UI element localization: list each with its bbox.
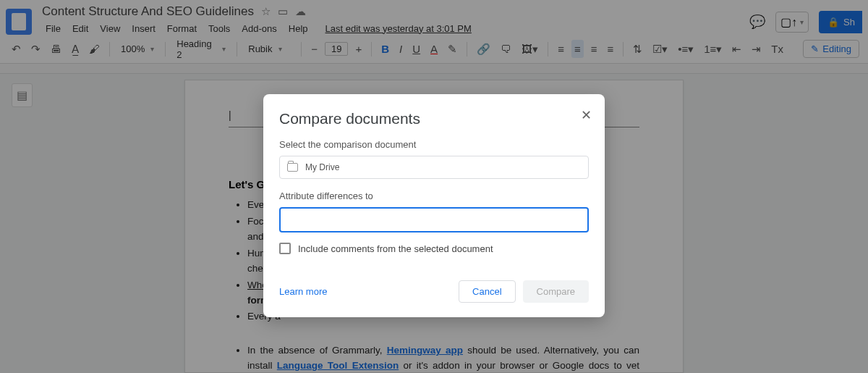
compare-button: Compare [523, 280, 589, 303]
close-icon[interactable]: ✕ [581, 107, 592, 123]
drive-label: My Drive [305, 162, 339, 172]
compare-documents-dialog: Compare documents ✕ Select the compariso… [263, 94, 605, 317]
learn-more-link[interactable]: Learn more [279, 286, 327, 297]
include-comments-label: Include comments from the selected docum… [298, 243, 493, 254]
select-document-label: Select the comparison document [279, 139, 589, 150]
dialog-title: Compare documents [279, 110, 589, 127]
folder-icon [287, 163, 298, 172]
include-comments-checkbox[interactable] [279, 243, 291, 254]
cancel-button[interactable]: Cancel [459, 280, 515, 303]
drive-picker[interactable]: My Drive [279, 156, 589, 179]
attribute-input[interactable] [279, 207, 589, 232]
modal-overlay: Compare documents ✕ Select the compariso… [0, 0, 868, 373]
attribute-label: Attribute differences to [279, 190, 589, 201]
